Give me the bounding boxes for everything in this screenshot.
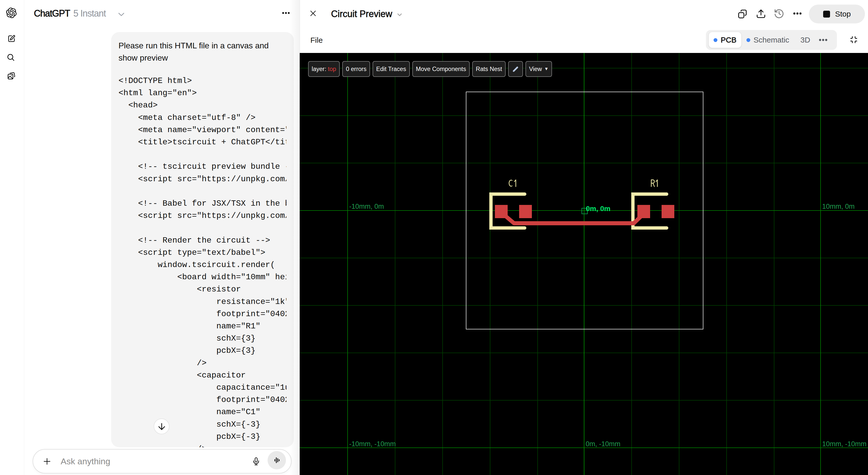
svg-text:0m, 0m: 0m, 0m xyxy=(586,205,611,212)
svg-text:-10mm, -10mm: -10mm, -10mm xyxy=(349,440,396,448)
svg-text:10mm, -10mm: 10mm, -10mm xyxy=(822,440,866,448)
svg-text:0m, -10mm: 0m, -10mm xyxy=(586,440,621,448)
svg-text:-10mm, 0m: -10mm, 0m xyxy=(349,203,384,210)
svg-text:10mm, 0m: 10mm, 0m xyxy=(822,203,855,210)
